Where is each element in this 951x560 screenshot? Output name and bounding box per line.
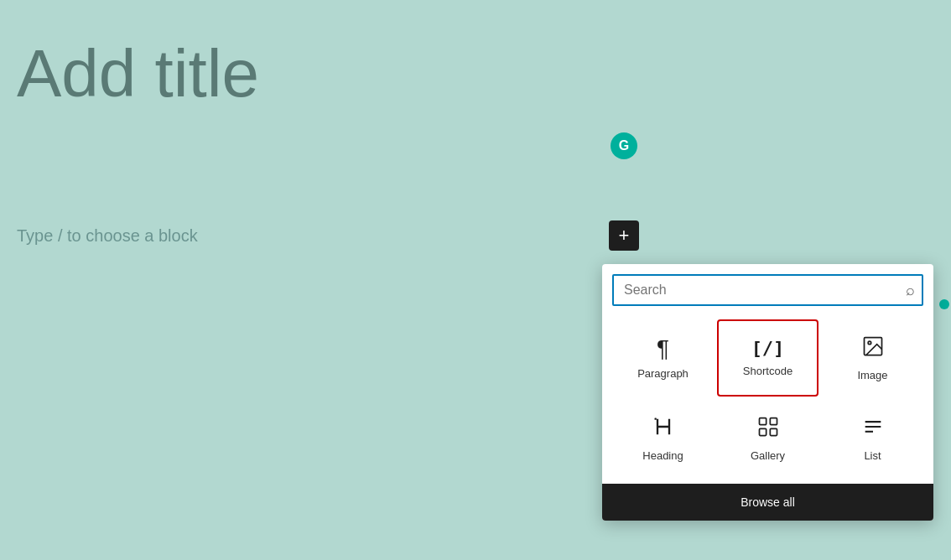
search-input[interactable] [612, 274, 923, 306]
list-icon [861, 415, 885, 443]
svg-point-1 [868, 341, 871, 345]
page-title[interactable]: Add title [17, 34, 259, 114]
grammarly-badge: G [611, 132, 637, 159]
blocks-grid: ¶ Paragraph [/] Shortcode Image [602, 313, 933, 484]
block-item-paragraph[interactable]: ¶ Paragraph [612, 319, 714, 397]
block-item-list[interactable]: List [822, 400, 923, 477]
browse-all-bar[interactable]: Browse all [602, 484, 933, 521]
canvas-area: Add title Type / to choose a block G + ⌕… [0, 0, 951, 560]
search-container: ⌕ [602, 264, 933, 313]
heading-icon [652, 415, 675, 443]
add-block-button[interactable]: + [609, 220, 639, 251]
shortcode-icon: [/] [751, 340, 785, 358]
status-dot [939, 299, 949, 309]
browse-all-label: Browse all [741, 495, 795, 509]
image-icon [861, 334, 885, 362]
block-label-paragraph: Paragraph [637, 367, 689, 380]
svg-rect-6 [770, 428, 777, 435]
paragraph-icon: ¶ [657, 337, 669, 360]
gallery-icon [756, 415, 780, 443]
svg-rect-5 [759, 428, 766, 435]
block-label-list: List [864, 449, 881, 462]
block-label-image: Image [857, 369, 887, 381]
block-item-image[interactable]: Image [822, 319, 923, 397]
block-label-heading: Heading [642, 449, 683, 462]
svg-rect-2 [654, 418, 656, 420]
block-placeholder: Type / to choose a block [17, 226, 198, 246]
block-label-shortcode: Shortcode [743, 365, 792, 377]
block-label-gallery: Gallery [751, 449, 785, 462]
svg-rect-3 [759, 418, 766, 425]
search-wrapper: ⌕ [612, 274, 923, 306]
block-picker-panel: ⌕ ¶ Paragraph [/] Shortcode [602, 264, 933, 521]
block-item-heading[interactable]: Heading [612, 400, 714, 477]
block-item-gallery[interactable]: Gallery [717, 400, 818, 477]
svg-rect-4 [770, 418, 777, 425]
block-item-shortcode[interactable]: [/] Shortcode [717, 319, 818, 397]
